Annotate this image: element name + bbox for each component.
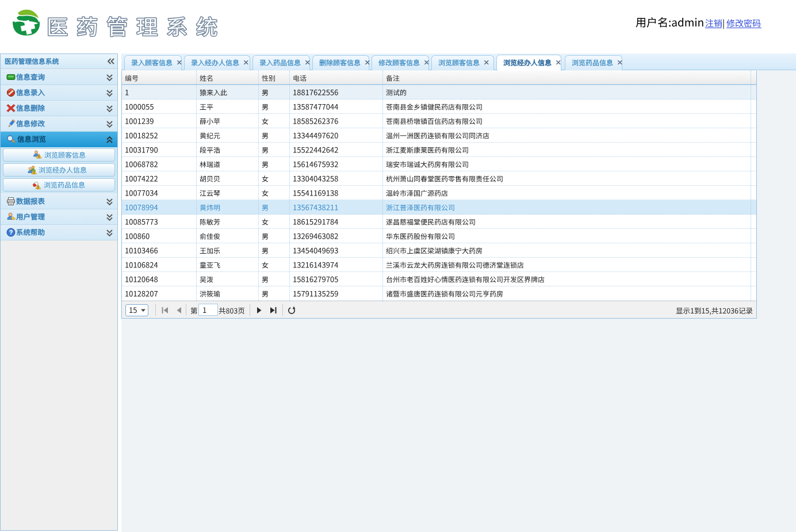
svg-text:?: ?	[9, 229, 13, 236]
